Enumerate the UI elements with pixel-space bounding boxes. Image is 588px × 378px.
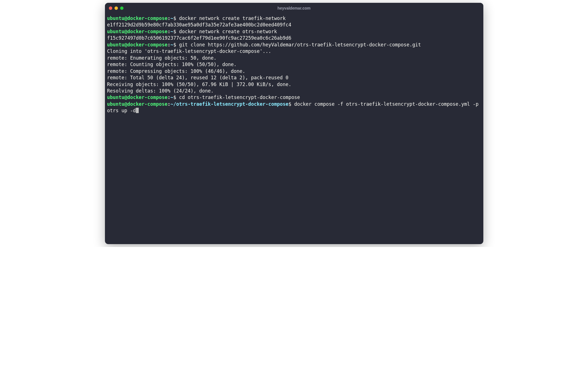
maximize-icon[interactable] xyxy=(120,6,124,10)
prompt-path: ~ xyxy=(170,94,173,100)
command-text: docker network create traefik-network xyxy=(179,15,286,21)
cursor-icon xyxy=(136,108,139,113)
colon-symbol: : xyxy=(167,94,170,100)
at-symbol: @ xyxy=(124,42,127,48)
prompt-path: ~/otrs-traefik-letsencrypt-docker-compos… xyxy=(170,101,289,107)
prompt-host: docker-compose xyxy=(127,29,167,34)
titlebar: heyvaldemar.com xyxy=(105,3,483,14)
prompt-line: ubuntu@docker-compose:~$ cd otrs-traefik… xyxy=(107,94,481,101)
at-symbol: @ xyxy=(124,101,127,107)
output-line: remote: Enumerating objects: 50, done. xyxy=(107,55,481,61)
prompt-user: ubuntu xyxy=(107,94,124,100)
command-text: cd otrs-traefik-letsencrypt-docker-compo… xyxy=(179,94,300,100)
prompt-host: docker-compose xyxy=(127,15,167,21)
command-text: git clone https://github.com/heyValdemar… xyxy=(179,42,421,48)
dollar-symbol: $ xyxy=(173,94,176,100)
dollar-symbol: $ xyxy=(288,101,291,107)
dollar-symbol: $ xyxy=(173,29,176,34)
prompt-path: ~ xyxy=(170,42,173,48)
at-symbol: @ xyxy=(124,29,127,34)
at-symbol: @ xyxy=(124,15,127,21)
output-line: Receiving objects: 100% (50/50), 67.96 K… xyxy=(107,81,481,88)
dollar-symbol: $ xyxy=(173,42,176,48)
prompt-path: ~ xyxy=(170,15,173,21)
terminal-content[interactable]: ubuntu@docker-compose:~$ docker network … xyxy=(105,14,483,244)
minimize-icon[interactable] xyxy=(115,6,118,10)
command-text: docker network create otrs-network xyxy=(179,29,277,34)
colon-symbol: : xyxy=(167,15,170,21)
prompt-user: ubuntu xyxy=(107,42,124,48)
terminal-window: heyvaldemar.com ubuntu@docker-compose:~$… xyxy=(105,3,483,244)
prompt-user: ubuntu xyxy=(107,101,124,107)
prompt-line: ubuntu@docker-compose:~$ git clone https… xyxy=(107,42,481,48)
output-line: remote: Compressing objects: 100% (46/46… xyxy=(107,68,481,75)
prompt-path: ~ xyxy=(170,29,173,34)
output-line: f15c927497d0b7c6506192377cac6f2ef79d1ee9… xyxy=(107,35,481,41)
window-controls xyxy=(109,6,124,10)
prompt-line: ubuntu@docker-compose:~$ docker network … xyxy=(107,28,481,35)
prompt-line-active: ubuntu@docker-compose:~/otrs-traefik-let… xyxy=(107,101,481,114)
prompt-user: ubuntu xyxy=(107,15,124,21)
close-icon[interactable] xyxy=(109,6,112,10)
colon-symbol: : xyxy=(167,29,170,34)
prompt-line: ubuntu@docker-compose:~$ docker network … xyxy=(107,15,481,22)
output-line: Cloning into 'otrs-traefik-letsencrypt-d… xyxy=(107,48,481,55)
window-title: heyvaldemar.com xyxy=(277,6,311,10)
prompt-host: docker-compose xyxy=(127,101,167,107)
dollar-symbol: $ xyxy=(173,15,176,21)
colon-symbol: : xyxy=(167,42,170,48)
at-symbol: @ xyxy=(124,94,127,100)
prompt-host: docker-compose xyxy=(127,42,167,48)
prompt-user: ubuntu xyxy=(107,29,124,34)
colon-symbol: : xyxy=(167,101,170,107)
output-line: remote: Total 50 (delta 24), reused 12 (… xyxy=(107,75,481,81)
prompt-host: docker-compose xyxy=(127,94,167,100)
output-line: remote: Counting objects: 100% (50/50), … xyxy=(107,61,481,68)
output-line: Resolving deltas: 100% (24/24), done. xyxy=(107,88,481,94)
output-line: e1ff2129d2d9b59e80cf7ab330ae95a0df3a35e7… xyxy=(107,22,481,28)
